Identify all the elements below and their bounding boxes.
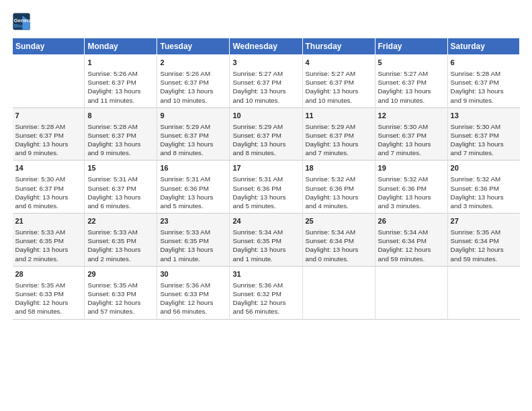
cell-info: Sunrise: 5:27 AM xyxy=(232,69,299,78)
cell-info: Daylight: 13 hours xyxy=(378,140,445,148)
cell-info: Daylight: 13 hours xyxy=(232,87,299,95)
cell-info: Sunset: 6:35 PM xyxy=(87,236,154,245)
cell-info: Sunrise: 5:31 AM xyxy=(160,175,226,183)
day-number: 19 xyxy=(378,163,445,173)
cell-info: and 6 minutes. xyxy=(87,201,154,210)
calendar-cell: 10Sunrise: 5:29 AMSunset: 6:37 PMDayligh… xyxy=(230,107,302,161)
cell-info: Sunset: 6:37 PM xyxy=(15,131,82,140)
calendar-cell: 18Sunrise: 5:32 AMSunset: 6:36 PMDayligh… xyxy=(302,161,375,214)
cell-info: Sunrise: 5:29 AM xyxy=(160,122,226,131)
day-number: 7 xyxy=(15,111,82,121)
calendar-cell xyxy=(302,266,375,319)
cell-info: Sunset: 6:36 PM xyxy=(160,184,226,193)
day-number: 21 xyxy=(15,216,82,226)
cell-info: Sunset: 6:37 PM xyxy=(15,184,82,193)
col-header-tuesday: Tuesday xyxy=(157,38,230,55)
calendar-cell: 5Sunrise: 5:27 AMSunset: 6:37 PMDaylight… xyxy=(375,55,447,108)
cell-info: Daylight: 13 hours xyxy=(306,140,372,148)
cell-info: and 2 minutes. xyxy=(87,255,154,263)
day-number: 27 xyxy=(451,216,517,226)
calendar-cell: 13Sunrise: 5:30 AMSunset: 6:37 PMDayligh… xyxy=(447,107,519,161)
cell-info: Daylight: 13 hours xyxy=(451,87,517,95)
day-number: 22 xyxy=(87,216,154,226)
cell-info: Sunrise: 5:34 AM xyxy=(232,228,299,236)
cell-info: and 7 minutes. xyxy=(378,148,445,157)
cell-info: and 7 minutes. xyxy=(306,148,372,157)
cell-info: Sunset: 6:37 PM xyxy=(378,131,445,140)
cell-info: and 7 minutes. xyxy=(451,148,517,157)
day-number: 5 xyxy=(378,58,445,68)
cell-info: Sunrise: 5:26 AM xyxy=(160,69,226,78)
calendar-cell: 25Sunrise: 5:34 AMSunset: 6:34 PMDayligh… xyxy=(302,214,375,267)
cell-info: and 10 minutes. xyxy=(306,96,372,105)
cell-info: Sunrise: 5:28 AM xyxy=(451,69,517,78)
day-number: 17 xyxy=(232,163,299,173)
cell-info: Daylight: 12 hours xyxy=(87,298,154,307)
cell-info: Sunrise: 5:31 AM xyxy=(232,175,299,183)
cell-info: Sunset: 6:34 PM xyxy=(378,236,445,245)
cell-info: Daylight: 13 hours xyxy=(160,140,226,148)
cell-info: Sunset: 6:37 PM xyxy=(87,184,154,193)
cell-info: Sunset: 6:37 PM xyxy=(160,131,226,140)
cell-info: Sunset: 6:33 PM xyxy=(87,289,154,298)
calendar-cell: 2Sunrise: 5:26 AMSunset: 6:37 PMDaylight… xyxy=(157,55,230,108)
calendar-table: SundayMondayTuesdayWednesdayThursdayFrid… xyxy=(12,38,520,320)
page: General Blue SundayMondayTuesdayWednesda… xyxy=(0,0,532,326)
calendar-cell xyxy=(13,55,85,108)
cell-info: Sunrise: 5:27 AM xyxy=(306,69,372,78)
cell-info: Sunset: 6:36 PM xyxy=(451,184,517,193)
calendar-cell: 1Sunrise: 5:26 AMSunset: 6:37 PMDaylight… xyxy=(85,55,157,108)
col-header-saturday: Saturday xyxy=(447,38,519,55)
cell-info: and 2 minutes. xyxy=(15,255,82,263)
cell-info: Sunset: 6:32 PM xyxy=(232,289,299,298)
cell-info: Daylight: 13 hours xyxy=(87,87,154,95)
cell-info: Sunrise: 5:32 AM xyxy=(378,175,445,183)
cell-info: Sunset: 6:37 PM xyxy=(87,131,154,140)
cell-info: Daylight: 13 hours xyxy=(378,193,445,201)
day-number: 4 xyxy=(306,58,372,68)
cell-info: and 59 minutes. xyxy=(451,255,517,263)
cell-info: Daylight: 13 hours xyxy=(160,193,226,201)
calendar-cell: 28Sunrise: 5:35 AMSunset: 6:33 PMDayligh… xyxy=(13,266,85,319)
cell-info: and 6 minutes. xyxy=(15,201,82,210)
cell-info: Daylight: 13 hours xyxy=(232,245,299,254)
day-number: 29 xyxy=(87,269,154,279)
col-header-wednesday: Wednesday xyxy=(230,38,302,55)
cell-info: Sunset: 6:37 PM xyxy=(160,78,226,87)
cell-info: and 9 minutes. xyxy=(87,148,154,157)
cell-info: Daylight: 13 hours xyxy=(306,193,372,201)
cell-info: and 57 minutes. xyxy=(87,307,154,316)
calendar-cell: 30Sunrise: 5:36 AMSunset: 6:33 PMDayligh… xyxy=(157,266,230,319)
cell-info: Daylight: 13 hours xyxy=(87,245,154,254)
cell-info: and 56 minutes. xyxy=(160,307,226,316)
week-row: 1Sunrise: 5:26 AMSunset: 6:37 PMDaylight… xyxy=(13,55,520,108)
logo-icon: General Blue xyxy=(12,12,31,31)
cell-info: Sunset: 6:37 PM xyxy=(232,78,299,87)
col-header-thursday: Thursday xyxy=(302,38,375,55)
week-row: 14Sunrise: 5:30 AMSunset: 6:37 PMDayligh… xyxy=(13,161,520,214)
cell-info: and 3 minutes. xyxy=(451,201,517,210)
cell-info: and 1 minute. xyxy=(160,255,226,263)
table-body: 1Sunrise: 5:26 AMSunset: 6:37 PMDaylight… xyxy=(13,55,520,320)
cell-info: Sunrise: 5:30 AM xyxy=(451,122,517,131)
cell-info: Daylight: 13 hours xyxy=(306,87,372,95)
week-row: 21Sunrise: 5:33 AMSunset: 6:35 PMDayligh… xyxy=(13,214,520,267)
cell-info: Sunrise: 5:28 AM xyxy=(15,122,82,131)
cell-info: Sunrise: 5:28 AM xyxy=(87,122,154,131)
cell-info: and 5 minutes. xyxy=(160,201,226,210)
cell-info: and 8 minutes. xyxy=(160,148,226,157)
cell-info: and 10 minutes. xyxy=(378,96,445,105)
cell-info: Daylight: 12 hours xyxy=(15,298,82,307)
cell-info: Sunset: 6:37 PM xyxy=(306,131,372,140)
cell-info: Daylight: 13 hours xyxy=(232,193,299,201)
cell-info: Sunrise: 5:35 AM xyxy=(451,228,517,236)
cell-info: Daylight: 13 hours xyxy=(160,87,226,95)
cell-info: Sunset: 6:34 PM xyxy=(306,236,372,245)
cell-info: and 59 minutes. xyxy=(378,255,445,263)
day-number: 28 xyxy=(15,269,82,279)
day-number: 24 xyxy=(232,216,299,226)
day-number: 6 xyxy=(451,58,517,68)
day-number: 18 xyxy=(306,163,372,173)
cell-info: and 11 minutes. xyxy=(87,96,154,105)
cell-info: Sunset: 6:35 PM xyxy=(232,236,299,245)
